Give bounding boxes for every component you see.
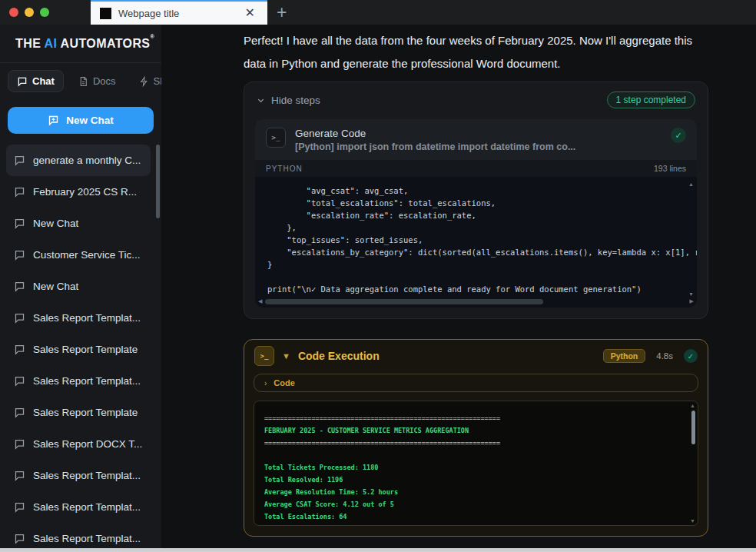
chat-bubble-icon <box>14 470 25 481</box>
code-lines-count: 193 lines <box>654 164 686 173</box>
horizontal-scrollbar[interactable]: ◀ ▶ <box>255 298 697 308</box>
browser-tab-bar: Webpage title ✕ + <box>0 0 756 25</box>
step-subtitle: [Python] import json from datetime impor… <box>295 141 662 152</box>
chat-bubble-icon <box>14 533 25 544</box>
code-execution-panel: >_ ▼ Code Execution Python 4.8s ✓ › Code… <box>244 339 708 537</box>
minimize-window-button[interactable] <box>25 8 34 17</box>
step-success-check-icon: ✓ <box>671 128 686 143</box>
scroll-right-icon[interactable]: ▶ <box>690 298 694 304</box>
document-icon <box>78 76 88 87</box>
output-scrollbar-thumb[interactable] <box>691 411 695 444</box>
chat-bubble-icon <box>14 281 25 292</box>
sidebar-nav: Chat Docs Skills <box>0 63 161 99</box>
new-chat-icon <box>48 115 59 126</box>
chat-bubble-icon <box>14 344 25 355</box>
code-block: PYTHON 193 lines "avg_csat": avg_csat, "… <box>255 160 697 308</box>
code-collapse-toggle[interactable]: › Code <box>254 374 698 392</box>
tab-favicon <box>100 8 111 19</box>
window-bottom-edge <box>0 548 756 552</box>
nav-tab-chat[interactable]: Chat <box>8 70 64 92</box>
hide-steps-toggle[interactable]: Hide steps <box>257 95 320 106</box>
steps-panel: Hide steps 1 step completed >_ Generate … <box>244 81 708 319</box>
new-chat-button[interactable]: New Chat <box>8 107 154 134</box>
chat-history-item[interactable]: generate a monthly C... <box>6 145 151 176</box>
browser-tab[interactable]: Webpage title ✕ <box>91 0 267 25</box>
chat-bubble-icon <box>14 375 25 387</box>
close-window-button[interactable] <box>9 8 18 17</box>
nav-tab-skills[interactable]: Skills <box>131 71 161 91</box>
chevron-right-icon: › <box>264 379 267 387</box>
chevron-down-icon[interactable]: ▼ <box>282 351 290 361</box>
lightning-icon <box>139 76 149 87</box>
terminal-output[interactable]: ========================================… <box>254 401 698 525</box>
brand-logo: THE AI AUTOMATORS® <box>0 25 161 63</box>
steps-status-badge: 1 step completed <box>607 91 695 108</box>
chat-icon <box>17 76 28 87</box>
nav-tab-docs[interactable]: Docs <box>70 71 124 91</box>
brand-name: THE AI AUTOMATORS® <box>15 37 154 51</box>
execution-terminal-icon: >_ <box>254 346 274 366</box>
chat-history-item[interactable]: Sales Report Template <box>6 397 151 428</box>
horizontal-scrollbar-thumb[interactable] <box>265 299 543 304</box>
chevron-down-icon <box>257 96 265 105</box>
chat-bubble-icon <box>14 407 25 418</box>
terminal-icon: >_ <box>266 128 286 148</box>
chat-history-item[interactable]: Customer Service Tic... <box>6 239 151 271</box>
tab-close-icon[interactable]: ✕ <box>242 5 258 21</box>
assistant-message: Perfect! I have all the data from the fo… <box>244 29 708 75</box>
scroll-up-icon[interactable]: ▲ <box>688 181 694 187</box>
chat-bubble-icon <box>14 501 25 513</box>
execution-duration: 4.8s <box>656 351 673 361</box>
chat-history-item[interactable]: Sales Report DOCX T... <box>6 428 151 460</box>
output-scroll-down-icon[interactable]: ▼ <box>690 518 695 524</box>
execution-success-check-icon: ✓ <box>684 349 698 363</box>
chat-history-item[interactable]: Sales Report Templat... <box>6 460 151 491</box>
chat-history-item[interactable]: Sales Report Templat... <box>6 491 151 523</box>
python-code[interactable]: "avg_csat": avg_csat, "total_escalations… <box>255 177 697 298</box>
chat-bubble-icon <box>14 186 25 198</box>
chat-history-item[interactable]: February 2025 CS R... <box>6 176 151 208</box>
scroll-down-icon[interactable]: ▼ <box>688 291 694 297</box>
output-scroll-up-icon[interactable]: ▲ <box>690 403 695 408</box>
browser-window: Webpage title ✕ + THE AI AUTOMATORS® <box>0 0 756 552</box>
chat-history-item[interactable]: Sales Report Templat... <box>6 365 151 397</box>
chat-history-item[interactable]: Sales Report Templat... <box>6 302 151 334</box>
chat-history-item[interactable]: Sales Report Templat... <box>6 523 151 548</box>
new-tab-button[interactable]: + <box>267 0 296 25</box>
chat-history-list: generate a monthly C... February 2025 CS… <box>0 137 161 548</box>
execution-output-block: ========================================… <box>254 401 698 526</box>
chat-bubble-icon <box>14 155 25 166</box>
chat-bubble-icon <box>14 312 25 324</box>
chat-history-item[interactable]: Sales Report Template <box>6 334 151 365</box>
registered-mark: ® <box>150 34 154 39</box>
execution-title: Code Execution <box>298 350 595 362</box>
chat-history-item[interactable]: New Chat <box>6 208 151 239</box>
python-badge: Python <box>603 349 646 363</box>
main-content: Perfect! I have all the data from the fo… <box>161 25 756 548</box>
step-title: Generate Code <box>295 128 662 139</box>
sidebar-scrollbar[interactable] <box>156 145 160 218</box>
zoom-window-button[interactable] <box>40 8 49 17</box>
window-controls <box>0 0 60 25</box>
step-generate-code[interactable]: >_ Generate Code [Python] import json fr… <box>255 119 697 308</box>
chat-bubble-icon <box>14 218 25 229</box>
code-language-label: PYTHON <box>266 165 303 173</box>
chat-bubble-icon <box>14 438 25 450</box>
chat-history-item[interactable]: New Chat <box>6 271 151 302</box>
chat-bubble-icon <box>14 249 25 261</box>
sidebar: THE AI AUTOMATORS® Chat Docs Skills <box>0 25 161 548</box>
tab-title: Webpage title <box>118 8 235 19</box>
scroll-left-icon[interactable]: ◀ <box>258 298 262 304</box>
